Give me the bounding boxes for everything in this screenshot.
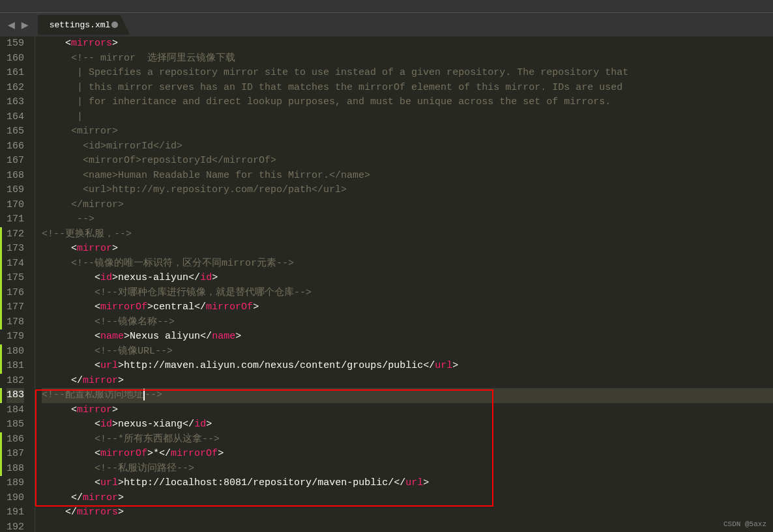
- mod-mark-icon: [0, 286, 2, 301]
- code-line[interactable]: <mirrorOf>*</mirrorOf>: [42, 447, 773, 462]
- mod-mark-icon: [0, 300, 2, 315]
- line-number: 164: [7, 110, 24, 125]
- mod-mark-icon: [0, 462, 2, 477]
- line-number: 187: [7, 447, 24, 462]
- line-number: 191: [7, 505, 24, 520]
- line-number: 184: [7, 403, 24, 418]
- line-number: 186: [7, 432, 24, 447]
- code-line[interactable]: <id>mirrorId</id>: [42, 139, 773, 154]
- code-line[interactable]: </mirror>: [42, 198, 773, 213]
- mod-mark-icon: [0, 359, 2, 374]
- mod-mark-icon: [0, 447, 2, 462]
- line-number: 177: [7, 300, 24, 315]
- line-number: 192: [7, 520, 24, 533]
- line-number: 174: [7, 257, 24, 272]
- nav-arrows: ◀ ▶: [5, 18, 31, 32]
- code-line[interactable]: <mirrorOf>central</mirrorOf>: [42, 300, 773, 315]
- code-line[interactable]: <!--配置私服访问地址-->: [42, 388, 773, 403]
- tab-label: settings.xml: [50, 20, 111, 30]
- mod-mark-icon: [0, 271, 2, 286]
- line-number: 189: [7, 476, 24, 491]
- code-line[interactable]: | this mirror serves has an ID that matc…: [42, 81, 773, 96]
- mod-mark-icon: [0, 257, 2, 272]
- line-number: 165: [7, 124, 24, 139]
- mod-mark-icon: [0, 315, 2, 330]
- code-line[interactable]: |: [42, 110, 773, 125]
- code-line[interactable]: <!--对哪种仓库进行镜像，就是替代哪个仓库-->: [42, 286, 773, 301]
- code-line[interactable]: <url>http://my.repository.com/repo/path<…: [42, 183, 773, 198]
- editor[interactable]: 1591601611621631641651661671681691701711…: [0, 36, 773, 532]
- code-line[interactable]: <mirrorOf>repositoryId</mirrorOf>: [42, 154, 773, 169]
- gutter: 1591601611621631641651661671681691701711…: [0, 36, 35, 532]
- code-line[interactable]: <url>http://maven.aliyun.com/nexus/conte…: [42, 359, 773, 374]
- code-line[interactable]: [42, 520, 773, 533]
- code-line[interactable]: <name>Human Readable Name for this Mirro…: [42, 169, 773, 184]
- tab-settings-xml[interactable]: settings.xml: [38, 15, 130, 35]
- line-number: 159: [7, 36, 24, 51]
- code-line[interactable]: <mirror>: [42, 242, 773, 257]
- gutter-marks: [0, 36, 2, 532]
- code-line[interactable]: <!--更换私服，-->: [42, 227, 773, 242]
- code-line[interactable]: <mirror>: [42, 403, 773, 418]
- code-line[interactable]: <id>nexus-aliyun</id>: [42, 271, 773, 286]
- line-number: 160: [7, 51, 24, 66]
- code-line[interactable]: <id>nexus-xiang</id>: [42, 417, 773, 432]
- code-line[interactable]: <!--镜像的唯一标识符，区分不同mirror元素-->: [42, 257, 773, 272]
- line-number: 161: [7, 66, 24, 81]
- code-line[interactable]: -->: [42, 212, 773, 227]
- code-line[interactable]: </mirror>: [42, 491, 773, 506]
- code-line[interactable]: </mirror>: [42, 374, 773, 389]
- mod-mark-icon: [0, 388, 2, 403]
- line-number: 190: [7, 491, 24, 506]
- line-number: 171: [7, 212, 24, 227]
- code-line[interactable]: <!-- mirror 选择阿里云镜像下载: [42, 51, 773, 66]
- line-number: 188: [7, 462, 24, 477]
- line-number: 178: [7, 315, 24, 330]
- code-line[interactable]: <name>Nexus aliyun</name>: [42, 329, 773, 344]
- code-line[interactable]: <!--*所有东西都从这拿-->: [42, 432, 773, 447]
- code-line[interactable]: <url>http://localhost:8081/repository/ma…: [42, 476, 773, 491]
- nav-forward-icon[interactable]: ▶: [19, 18, 31, 32]
- line-number: 162: [7, 81, 24, 96]
- line-number: 172: [7, 227, 24, 242]
- code-line[interactable]: <!--镜像名称-->: [42, 315, 773, 330]
- line-number: 183: [7, 388, 24, 403]
- line-number: 175: [7, 271, 24, 286]
- line-number: 176: [7, 286, 24, 301]
- line-number: 167: [7, 154, 24, 169]
- line-number: 181: [7, 359, 24, 374]
- line-number: 179: [7, 329, 24, 344]
- line-number: 173: [7, 242, 24, 257]
- tab-bar: ◀ ▶ settings.xml: [0, 13, 773, 36]
- line-number: 170: [7, 198, 24, 213]
- menubar: [0, 0, 773, 13]
- line-number: 185: [7, 417, 24, 432]
- mod-mark-icon: [0, 344, 2, 359]
- code-area[interactable]: <mirrors> <!-- mirror 选择阿里云镜像下载 | Specif…: [35, 36, 773, 532]
- line-number: 166: [7, 139, 24, 154]
- code-line[interactable]: | for inheritance and direct lookup purp…: [42, 95, 773, 110]
- line-number: 180: [7, 344, 24, 359]
- mod-mark-icon: [0, 242, 2, 257]
- nav-back-icon[interactable]: ◀: [5, 18, 18, 32]
- code-line[interactable]: | Specifies a repository mirror site to …: [42, 66, 773, 81]
- code-line[interactable]: <mirrors>: [42, 36, 773, 51]
- code-line[interactable]: <!--镜像URL-->: [42, 344, 773, 359]
- code-line[interactable]: <!--私服访问路径-->: [42, 462, 773, 477]
- mod-mark-icon: [0, 227, 2, 242]
- line-number: 169: [7, 183, 24, 198]
- watermark: CSDN @5axz: [723, 520, 766, 528]
- code-line[interactable]: </mirrors>: [42, 505, 773, 520]
- line-number: 182: [7, 374, 24, 389]
- code-line[interactable]: <mirror>: [42, 124, 773, 139]
- line-number: 168: [7, 169, 24, 184]
- mod-mark-icon: [0, 432, 2, 447]
- line-number: 163: [7, 95, 24, 110]
- tab-dirty-indicator-icon: [111, 21, 118, 28]
